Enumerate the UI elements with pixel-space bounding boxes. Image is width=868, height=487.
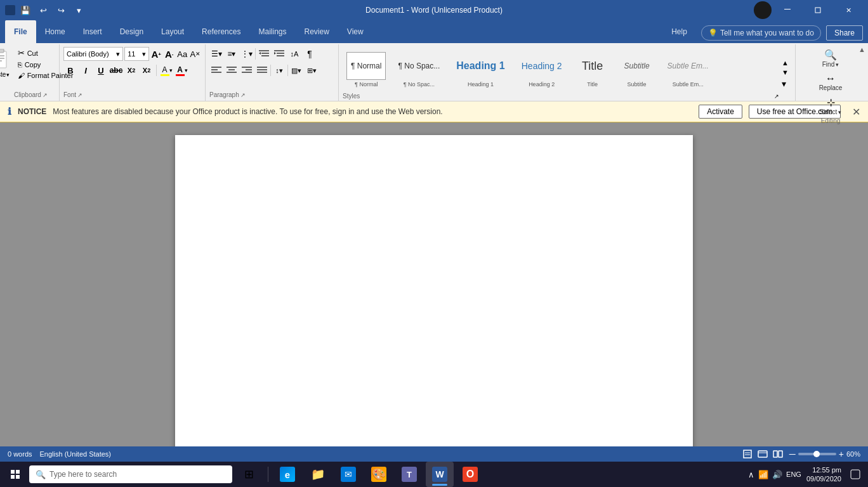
decrease-indent-button[interactable] xyxy=(257,47,271,61)
styles-more-button[interactable]: ▾ xyxy=(780,77,790,90)
read-mode-button[interactable] xyxy=(772,449,784,459)
sort-button[interactable]: ↕A xyxy=(287,47,301,61)
show-marks-button[interactable]: ¶ xyxy=(303,47,317,61)
align-right-button[interactable] xyxy=(240,63,254,77)
tell-me-field[interactable]: 💡 Tell me what you want to do xyxy=(701,25,821,41)
customize-qat-button[interactable]: ▾ xyxy=(71,3,86,18)
increase-indent-button[interactable] xyxy=(272,47,286,61)
notice-close-button[interactable]: ✕ xyxy=(852,106,860,118)
document-page[interactable] xyxy=(175,135,693,446)
para-sep2 xyxy=(270,65,271,76)
find-button[interactable]: 🔍 Find ▾ xyxy=(815,47,846,70)
tab-mailings[interactable]: Mailings xyxy=(249,20,295,43)
taskbar-word[interactable]: W xyxy=(426,462,454,487)
tab-design[interactable]: Design xyxy=(111,20,152,43)
tab-home[interactable]: Home xyxy=(36,20,74,43)
style-subtle-emphasis[interactable]: Subtle Em... Subtle Em... xyxy=(659,50,717,89)
style-no-spacing[interactable]: ¶ No Spac... ¶ No Spac... xyxy=(390,50,448,89)
styles-scroll-up[interactable]: ▲ xyxy=(780,58,790,68)
redo-button[interactable]: ↪ xyxy=(53,3,69,18)
undo-button[interactable]: ↩ xyxy=(36,3,51,18)
tab-help[interactable]: Help xyxy=(662,20,696,43)
collapse-ribbon-button[interactable]: ▲ xyxy=(858,46,865,53)
taskbar-explorer[interactable]: 📁 xyxy=(304,462,332,487)
notification-button[interactable] xyxy=(846,465,864,483)
zoom-out-button[interactable]: ─ xyxy=(789,449,796,459)
paragraph-expand-icon[interactable]: ↗ xyxy=(240,92,246,98)
shrink-font-button[interactable]: A- xyxy=(163,47,175,61)
select-button[interactable]: ⊹ Select ▾ xyxy=(815,94,846,117)
tab-view[interactable]: View xyxy=(338,20,372,43)
tab-review[interactable]: Review xyxy=(295,20,338,43)
font-expand-icon[interactable]: ↗ xyxy=(77,92,82,98)
print-layout-button[interactable] xyxy=(741,449,754,459)
style-heading1[interactable]: Heading 1 Heading 1 xyxy=(448,50,513,89)
maximize-window-button[interactable] xyxy=(773,0,802,20)
line-spacing-button[interactable]: ↕▾ xyxy=(272,63,286,77)
taskbar-office[interactable]: O xyxy=(456,462,484,487)
zoom-slider[interactable] xyxy=(798,453,836,455)
account-section[interactable] xyxy=(754,1,772,19)
activate-button[interactable]: Activate xyxy=(699,105,742,119)
language-indicator[interactable]: ENG xyxy=(786,471,801,478)
share-button[interactable]: Share xyxy=(826,25,863,41)
styles-expand-icon[interactable]: ↗ xyxy=(774,93,779,100)
replace-button[interactable]: ↔ Replace xyxy=(815,71,846,93)
taskbar-paint[interactable]: 🎨 xyxy=(365,462,393,487)
bullets-button[interactable]: ☰▾ xyxy=(209,47,223,61)
text-highlight-color-button[interactable]: A ▾ xyxy=(159,63,173,77)
font-color-button[interactable]: A ▾ xyxy=(174,63,188,77)
taskbar-mail[interactable]: ✉ xyxy=(334,462,362,487)
font-family-selector[interactable]: Calibri (Body) ▾ xyxy=(63,47,123,61)
paste-button[interactable]: Paste ▾ xyxy=(0,47,14,79)
clock[interactable]: 12:55 pm 09/09/2020 xyxy=(806,465,841,484)
clear-formatting-button[interactable]: A✕ xyxy=(189,47,201,61)
tab-layout[interactable]: Layout xyxy=(152,20,193,43)
tab-insert[interactable]: Insert xyxy=(74,20,111,43)
borders-button[interactable]: ⊞▾ xyxy=(305,63,319,77)
style-heading2[interactable]: Heading 2 Heading 2 xyxy=(513,50,570,89)
styles-scroll-down[interactable]: ▼ xyxy=(780,68,790,77)
italic-button[interactable]: I xyxy=(79,63,93,77)
task-view-button[interactable]: ⊞ xyxy=(235,462,263,487)
notice-bar: ℹ NOTICE Most features are disabled beca… xyxy=(0,101,868,122)
subscript-button[interactable]: X2 xyxy=(124,63,138,77)
underline-button[interactable]: U xyxy=(94,63,108,77)
editing-group: 🔍 Find ▾ ↔ Replace ⊹ Select ▾ xyxy=(796,44,865,101)
taskbar-teams[interactable]: T xyxy=(395,462,423,487)
style-normal[interactable]: ¶ Normal ¶ Normal xyxy=(343,50,390,89)
bold-button[interactable]: B xyxy=(63,63,77,77)
close-window-button[interactable]: ✕ xyxy=(834,0,863,20)
zoom-thumb xyxy=(813,451,820,457)
volume-icon[interactable]: 🔊 xyxy=(772,470,782,479)
notice-info-icon: ℹ xyxy=(8,106,11,117)
strikethrough-button[interactable]: abc xyxy=(109,63,123,77)
title-bar-right: ✕ xyxy=(754,0,863,20)
style-title[interactable]: Title Title xyxy=(570,50,615,89)
taskbar-edge[interactable]: e xyxy=(273,462,301,487)
font-size-selector[interactable]: 11 ▾ xyxy=(124,47,149,61)
change-case-button[interactable]: Aa xyxy=(176,47,188,61)
shading-button[interactable]: ▨▾ xyxy=(289,63,303,77)
taskbar-search-bar[interactable]: 🔍 Type here to search xyxy=(29,465,232,483)
paragraph-group: ☰▾ ≡▾ ⋮▾ ↕A ¶ xyxy=(206,44,339,101)
cut-label: Cut xyxy=(27,49,38,57)
tab-file[interactable]: File xyxy=(5,20,36,43)
tray-arrow[interactable]: ∧ xyxy=(748,470,754,479)
web-layout-button[interactable] xyxy=(756,449,769,459)
style-subtitle[interactable]: Subtitle Subtitle xyxy=(615,50,659,89)
superscript-button[interactable]: X2 xyxy=(140,63,154,77)
justify-button[interactable] xyxy=(255,63,269,77)
multilevel-list-button[interactable]: ⋮▾ xyxy=(240,47,254,61)
zoom-in-button[interactable]: + xyxy=(839,449,844,459)
grow-font-button[interactable]: A+ xyxy=(150,47,162,61)
align-center-button[interactable] xyxy=(225,63,239,77)
save-button[interactable]: 💾 xyxy=(18,3,33,18)
restore-window-button[interactable] xyxy=(803,0,832,20)
numbering-button[interactable]: ≡▾ xyxy=(225,47,239,61)
align-left-button[interactable] xyxy=(209,63,223,77)
tab-references[interactable]: References xyxy=(193,20,249,43)
start-button[interactable] xyxy=(4,463,27,486)
network-icon[interactable]: 📶 xyxy=(758,470,768,479)
clipboard-expand-icon[interactable]: ↗ xyxy=(43,92,48,98)
